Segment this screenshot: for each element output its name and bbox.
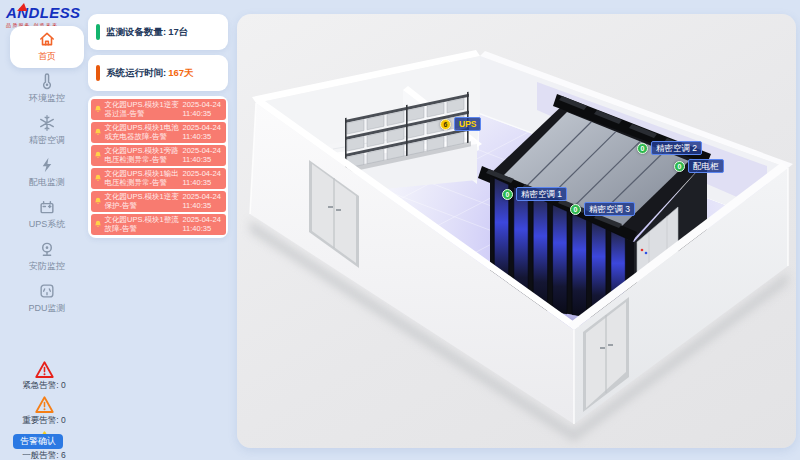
bell-icon — [93, 127, 103, 138]
ac3-label-text: 精密空调 3 — [584, 202, 635, 216]
alarm-row[interactable]: 文化园UPS.模块1输出电压检测异常-告警 2025-04-2411:40:35 — [91, 168, 226, 190]
status-led-blue — [645, 252, 648, 255]
runtime-value: 167天 — [168, 67, 193, 78]
bolt-icon — [38, 156, 56, 174]
alarm-timestamp: 2025-04-2411:40:35 — [183, 215, 223, 235]
alarm-timestamp: 2025-04-2411:40:35 — [183, 192, 223, 212]
nav-label: 安防监控 — [10, 260, 84, 273]
alarm-text: 文化园UPS.模块1电池或充电器故障-告警 — [105, 123, 181, 143]
snowflake-icon — [38, 114, 56, 132]
alarm-text: 文化园UPS.模块1逆变器过温-告警 — [105, 100, 181, 120]
nav-item-environment[interactable]: 环境监控 — [10, 68, 84, 110]
alarm-summary-label: 紧急告警: 0 — [0, 380, 88, 392]
nav-item-security[interactable]: 安防监控 — [10, 236, 84, 278]
battery-icon — [38, 198, 56, 216]
nav-label: 环境监控 — [10, 92, 84, 105]
cabinet-label-text: 配电柜 — [688, 159, 724, 173]
status-led-red — [641, 249, 644, 252]
alarm-timestamp: 2025-04-2411:40:35 — [183, 146, 223, 166]
bell-icon — [93, 196, 103, 207]
alarm-summary-major: 重要告警: 0 — [0, 395, 88, 427]
alarm-row[interactable]: 文化园UPS.模块1旁路电压检测异常-告警 2025-04-2411:40:35 — [91, 145, 226, 167]
alarm-text: 文化园UPS.模块1输出电压检测异常-告警 — [105, 169, 181, 189]
alarm-row[interactable]: 文化园UPS.模块1整流故障-告警 2025-04-2411:40:35 — [91, 214, 226, 236]
label-ups[interactable]: 6 UPS — [440, 117, 481, 131]
alarm-confirm-button[interactable]: 告警确认 — [13, 434, 63, 449]
nav-item-power-distribution[interactable]: 配电监测 — [10, 152, 84, 194]
brand-triangle-icon — [17, 3, 29, 11]
bell-icon — [93, 219, 103, 230]
ups-status-dot: 6 — [440, 119, 451, 130]
critical-warning-icon — [34, 360, 55, 379]
nav-label: UPS系统 — [10, 218, 84, 231]
alarm-timestamp: 2025-04-2411:40:35 — [183, 123, 223, 143]
device-count-card: 监测设备数量:17台 — [88, 14, 228, 50]
bell-icon — [93, 173, 103, 184]
sidebar: ANDLESS 品质服务 创造未来 首页 环境监控 精密空调 配电监测 UPS系… — [0, 0, 88, 460]
room-3d-scene — [237, 14, 796, 448]
green-pill-icon — [96, 24, 100, 40]
ac2-label-text: 精密空调 2 — [651, 141, 702, 155]
alarm-row[interactable]: 文化园UPS.模块1电池或充电器故障-告警 2025-04-2411:40:35 — [91, 122, 226, 144]
nav-label: PDU监测 — [10, 302, 84, 315]
bell-icon — [93, 104, 103, 115]
alarm-summary-label: 重要告警: 0 — [0, 415, 88, 427]
home-icon — [38, 30, 56, 48]
alarm-text: 文化园UPS.模块1逆变保护-告警 — [105, 192, 181, 212]
alarm-timestamp: 2025-04-2411:40:35 — [183, 169, 223, 189]
nav-label: 配电监测 — [10, 176, 84, 189]
ac1-status-dot: 0 — [502, 189, 513, 200]
label-precision-ac-1[interactable]: 0 精密空调 1 — [502, 187, 567, 201]
alarm-text: 文化园UPS.模块1整流故障-告警 — [105, 215, 181, 235]
label-precision-ac-2[interactable]: 0 精密空调 2 — [637, 141, 702, 155]
nav-item-ups-system[interactable]: UPS系统 — [10, 194, 84, 236]
nav-label: 精密空调 — [10, 134, 84, 147]
cabinet-status-dot: 0 — [674, 161, 685, 172]
alarm-row[interactable]: 文化园UPS.模块1逆变器过温-告警 2025-04-2411:40:35 — [91, 99, 226, 121]
bell-icon — [93, 150, 103, 161]
major-warning-icon — [34, 395, 55, 414]
alarm-text: 文化园UPS.模块1旁路电压检测异常-告警 — [105, 146, 181, 166]
alarm-list: 文化园UPS.模块1逆变器过温-告警 2025-04-2411:40:35 文化… — [88, 96, 228, 238]
label-precision-ac-3[interactable]: 0 精密空调 3 — [570, 202, 635, 216]
runtime-card: 系统运行时间:167天 — [88, 55, 228, 91]
ac1-label-text: 精密空调 1 — [516, 187, 567, 201]
device-count-value: 17台 — [168, 26, 188, 37]
room-3d-panel: 6 UPS 0 精密空调 2 0 配电柜 0 精密空调 1 0 精密空调 3 — [237, 14, 796, 448]
socket-icon — [38, 282, 56, 300]
ups-label-text: UPS — [454, 117, 481, 131]
alarm-summary-label: 一般告警: 6 — [0, 450, 88, 460]
brand: ANDLESS 品质服务 创造未来 — [0, 0, 80, 28]
nav-item-home[interactable]: 首页 — [10, 26, 84, 68]
ac3-status-dot: 0 — [570, 204, 581, 215]
nav-label: 首页 — [10, 50, 84, 63]
status-column: 监测设备数量:17台 系统运行时间:167天 文化园UPS.模块1逆变器过温-告… — [88, 14, 228, 238]
camera-icon — [38, 240, 56, 258]
nav-item-pdu[interactable]: PDU监测 — [10, 278, 84, 320]
brand-logo: ANDLESS — [6, 5, 80, 21]
runtime-label: 系统运行时间: — [106, 67, 166, 78]
main-nav: 首页 环境监控 精密空调 配电监测 UPS系统 安防监控 PDU监测 — [0, 26, 88, 320]
alarm-summary: 紧急告警: 0 重要告警: 0 一般告警: 6 告警确认 — [0, 360, 88, 460]
nav-item-precision-ac[interactable]: 精密空调 — [10, 110, 84, 152]
ac2-status-dot: 0 — [637, 143, 648, 154]
device-count-label: 监测设备数量: — [106, 26, 166, 37]
orange-pill-icon — [96, 65, 100, 81]
alarm-row[interactable]: 文化园UPS.模块1逆变保护-告警 2025-04-2411:40:35 — [91, 191, 226, 213]
label-power-cabinet[interactable]: 0 配电柜 — [674, 159, 724, 173]
thermometer-icon — [38, 72, 56, 90]
alarm-timestamp: 2025-04-2411:40:35 — [183, 100, 223, 120]
alarm-summary-critical: 紧急告警: 0 — [0, 360, 88, 392]
